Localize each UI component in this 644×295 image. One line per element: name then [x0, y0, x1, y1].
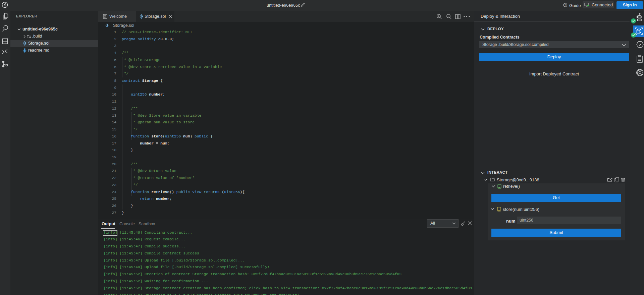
svg-text:?: ? [565, 4, 566, 7]
